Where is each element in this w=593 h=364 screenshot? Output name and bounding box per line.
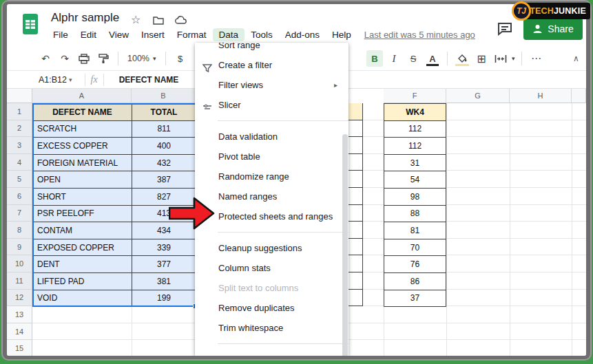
cell[interactable]: SHORT (33, 189, 132, 206)
row-header[interactable]: 5 (7, 171, 32, 188)
row-header[interactable]: 3 (7, 137, 32, 154)
comment-history-icon[interactable] (497, 22, 512, 39)
fill-color-button[interactable] (454, 50, 470, 67)
menu-scrollbar[interactable] (342, 134, 348, 356)
share-button[interactable]: Share (523, 18, 583, 40)
cell-f1[interactable]: WK4 (384, 104, 446, 121)
undo-icon[interactable]: ↶ (37, 50, 54, 67)
cell[interactable]: 387 (132, 171, 196, 189)
menu-item-pivot-table[interactable]: Pivot table (195, 147, 348, 167)
cell[interactable]: EXCESS COPPER (33, 138, 132, 155)
last-edit-link[interactable]: Last edit was 5 minutes ago (364, 30, 475, 40)
cell[interactable]: 76 (384, 256, 446, 273)
merge-dropdown-icon[interactable]: ▾ (512, 55, 515, 62)
menu-item-cleanup-suggestions[interactable]: Cleanup suggestions (195, 238, 348, 258)
cell[interactable]: SCRATCH (33, 121, 132, 138)
row-header[interactable]: 9 (7, 239, 32, 256)
menu-tools[interactable]: Tools (245, 28, 279, 41)
cell[interactable]: LIFTED PAD (33, 273, 132, 290)
cell[interactable]: DENT (33, 256, 132, 273)
cell[interactable]: 88 (384, 206, 446, 223)
menu-item-data-validation[interactable]: Data validation (195, 127, 348, 147)
strikethrough-button[interactable]: S (405, 50, 422, 67)
cell[interactable]: CONTAM (33, 222, 132, 239)
menu-format[interactable]: Format (171, 28, 213, 41)
menu-help[interactable]: Help (326, 28, 357, 41)
cell[interactable]: 112 (384, 138, 446, 155)
menu-item-trim-whitespace[interactable]: Trim whitespace (195, 318, 348, 338)
menu-item-named-ranges[interactable]: Named ranges (195, 186, 348, 206)
borders-button[interactable]: ⊞ (473, 50, 490, 67)
menu-view[interactable]: View (103, 28, 135, 41)
menu-item-randomize-range[interactable]: Randomize range (195, 167, 348, 186)
print-icon[interactable] (76, 50, 92, 67)
collapse-toolbar-icon[interactable]: ∧ (573, 47, 579, 70)
cell-b1[interactable]: TOTAL (132, 104, 196, 121)
row-header[interactable]: 6 (7, 188, 32, 205)
row-header[interactable]: 4 (7, 154, 32, 171)
column-header-g[interactable]: G (446, 89, 510, 103)
cell[interactable]: FOREIGN MATERIAL (33, 155, 132, 172)
bold-button[interactable]: B (366, 50, 383, 67)
select-all-corner[interactable] (7, 89, 32, 103)
menu-edit[interactable]: Edit (74, 28, 103, 41)
row-header[interactable]: 10 (7, 255, 32, 272)
cell[interactable]: 54 (384, 171, 446, 189)
cell[interactable]: 400 (132, 138, 196, 155)
redo-icon[interactable]: ↷ (56, 50, 73, 67)
document-title[interactable]: Alphr sample (51, 11, 119, 25)
menu-file[interactable]: File (47, 28, 74, 41)
row-header[interactable]: 13 (7, 306, 32, 323)
cell-a1[interactable]: DEFECT NAME (33, 104, 132, 121)
menu-item-sort-range[interactable]: Sort range (195, 43, 348, 55)
menu-insert[interactable]: Insert (135, 28, 171, 41)
cell[interactable]: 112 (384, 121, 446, 138)
name-box-dropdown-icon[interactable]: ▾ (69, 76, 72, 83)
star-icon[interactable]: ☆ (131, 14, 141, 25)
menu-data[interactable]: Data (213, 28, 245, 41)
row-header[interactable]: 7 (7, 205, 32, 222)
menu-item-remove-duplicates[interactable]: Remove duplicates (195, 298, 348, 318)
menu-item-filter-views[interactable]: Filter views ▸ (195, 75, 348, 95)
folder-icon[interactable] (153, 16, 164, 27)
column-header-partial[interactable] (572, 89, 586, 103)
menu-item-slicer[interactable]: Slicer (195, 95, 348, 115)
zoom-select[interactable]: 100% ▾ (125, 54, 159, 63)
column-header-a[interactable]: A (32, 89, 132, 103)
cell[interactable]: EXPOSED COPPER (33, 239, 132, 257)
row-header[interactable]: 11 (7, 272, 32, 290)
cell[interactable]: PSR PEELOFF (33, 206, 132, 223)
cell[interactable]: 381 (132, 273, 196, 290)
row-header[interactable]: 2 (7, 120, 32, 138)
row-header[interactable]: 15 (7, 340, 32, 356)
row-header[interactable]: 1 (7, 103, 32, 120)
cell[interactable]: 31 (384, 155, 446, 172)
cell[interactable]: 377 (132, 256, 196, 273)
menu-item-protected-sheets-and-ranges[interactable]: Protected sheets and ranges (195, 206, 348, 226)
paint-format-icon[interactable] (95, 50, 112, 67)
column-header-f[interactable]: F (384, 89, 446, 103)
cell[interactable]: 70 (384, 239, 446, 257)
column-header-b[interactable]: B (132, 89, 196, 103)
cell[interactable]: 339 (132, 239, 196, 257)
cell[interactable]: 811 (132, 121, 196, 138)
cell[interactable]: 86 (384, 273, 446, 290)
cell[interactable]: 199 (132, 290, 196, 308)
cell[interactable]: 81 (384, 222, 446, 239)
menu-item-column-stats[interactable]: Column stats (195, 258, 348, 278)
menu-addons[interactable]: Add-ons (279, 28, 326, 41)
more-toolbar-button[interactable]: ⋯ (528, 50, 545, 67)
format-currency-button[interactable]: $ (172, 50, 189, 67)
formula-input[interactable]: DEFECT NAME (119, 75, 179, 85)
cell[interactable]: OPEN (33, 171, 132, 189)
merge-cells-button[interactable] (492, 50, 509, 67)
menu-item-group[interactable]: Group Alt+Shift+→ (195, 350, 348, 356)
cell[interactable]: 37 (384, 290, 446, 308)
text-color-button[interactable]: A (424, 50, 441, 67)
name-box[interactable]: A1:B12 (39, 75, 69, 85)
row-header[interactable]: 8 (7, 222, 32, 239)
cell[interactable]: 432 (132, 155, 196, 172)
cell[interactable]: 98 (384, 189, 446, 206)
cell[interactable]: VOID (33, 290, 132, 308)
row-header[interactable]: 14 (7, 323, 32, 341)
